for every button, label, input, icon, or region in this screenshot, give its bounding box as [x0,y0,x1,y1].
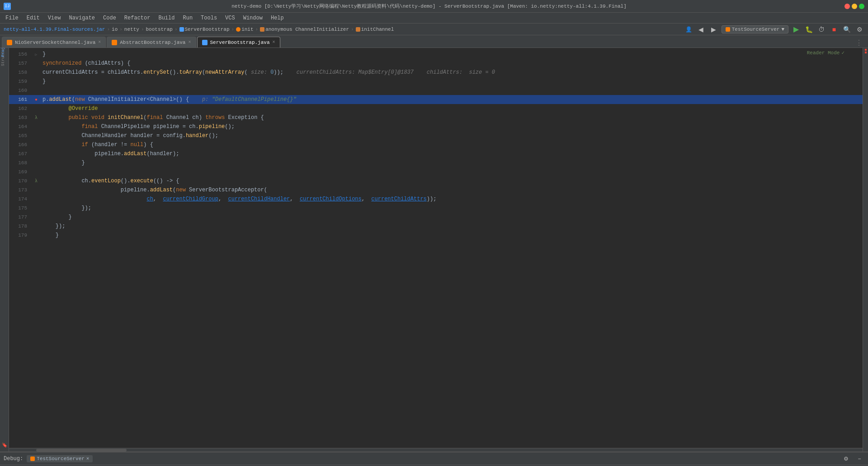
menu-edit[interactable]: Edit [23,14,43,22]
debug-session[interactable]: TestSourceServer × [27,455,93,462]
code-line-174: 174 ch, currentChildGroup, currentChildH… [9,195,863,204]
code-line-157: 157 synchronized (childAttrs) { [9,59,863,68]
code-line-179: 179 } [9,231,863,240]
code-line-167: 167 pipeline.addLast(handler); [9,149,863,158]
menu-help[interactable]: Help [267,14,288,22]
breadcrumb-item[interactable]: io [112,27,118,32]
menu-bar: File Edit View Navigate Code Refactor Bu… [0,13,868,24]
back-btn[interactable]: ◀ [696,24,706,34]
code-line-158: 158 currentChildAttrs = childAttrs.entry… [9,68,863,77]
debug-minimize-button[interactable]: − [854,454,864,464]
maximize-button[interactable] [859,4,864,9]
java-icon [112,40,117,45]
menu-code[interactable]: Code [99,14,120,22]
menu-build[interactable]: Build [155,14,178,22]
debug-settings-button[interactable]: ⚙ [841,454,851,464]
forward-btn[interactable]: ▶ [709,24,719,34]
lambda-icon-2: λ [35,179,38,184]
left-sidebar: Project Structure 🔖 [0,48,9,452]
debug-button[interactable]: 🐛 [804,24,814,34]
code-line-169: 169 [9,167,863,176]
code-line-175: 175 }); [9,204,863,213]
debug-panel: Debug: TestSourceServer × ⚙ − ▶ Debugger… [0,452,868,466]
tab-nio[interactable]: NioServerSocketChannel.java × [2,37,106,48]
debug-header: Debug: TestSourceServer × ⚙ − [0,452,868,465]
bootstrap-icon [202,40,208,45]
menu-run[interactable]: Run [179,14,196,22]
structure-icon[interactable]: Structure [1,59,8,66]
title-text: netty-demo [D:\Netty学习\Netty网络编程\Netty教程… [14,3,844,10]
main-area: Project Structure 🔖 Reader Mode ✓ 156 ▷ … [0,48,868,452]
code-line-159: 159 } [9,77,863,86]
tab-bar: NioServerSocketChannel.java × AbstractBo… [0,35,868,48]
app-icon: IJ [4,3,11,10]
right-panel [863,48,868,452]
tab-close-nio[interactable]: × [98,40,101,45]
menu-vcs[interactable]: VCS [222,14,239,22]
profile-btn[interactable]: 👤 [684,25,693,34]
horizontal-scrollbar[interactable] [9,448,863,452]
breadcrumb-bar: netty-all-4.1.39.Final-sources.jar › io … [0,24,868,35]
code-line-164: 164 final ChannelPipeline pipeline = ch.… [9,122,863,131]
fold-icon[interactable]: ▷ [35,52,38,57]
code-line-178: 178 }); [9,222,863,231]
run-button[interactable]: ▶ [791,24,801,34]
tab-label: ServerBootstrap.java [210,40,270,45]
breadcrumb-item[interactable]: bootstrap [146,27,172,32]
window-controls[interactable] [844,4,864,9]
tab-server[interactable]: ServerBootstrap.java × [197,37,280,48]
code-line-162: 162 @Override [9,104,863,113]
coverage-button[interactable]: ⏱ [816,24,826,34]
tab-close-abstract[interactable]: × [188,40,191,45]
menu-window[interactable]: Window [240,14,266,22]
bookmarks-icon[interactable]: 🔖 [1,442,8,450]
code-line-173: 173 pipeline.addLast(new ServerBootstrap… [9,185,863,195]
session-icon [30,456,35,461]
java-icon [7,40,12,45]
editor-area: Reader Mode ✓ 156 ▷ } 157 synchronized (… [9,48,863,452]
scroll-thumb[interactable] [36,449,127,452]
code-line-166: 166 if (handler != null) { [9,140,863,149]
breadcrumb-item[interactable]: netty-all-4.1.39.Final-sources.jar [4,27,105,32]
code-line-161: 161 ● p.addLast(new ChannelInitializer<C… [9,95,863,104]
stop-button[interactable]: ■ [829,24,839,34]
code-line-163: 163 λ public void initChannel(final Chan… [9,113,863,122]
menu-navigate[interactable]: Navigate [65,14,99,22]
search-button[interactable]: 🔍 [842,24,852,34]
lambda-icon: λ [35,115,38,120]
code-line-165: 165 ChannelHandler handler = config.hand… [9,131,863,140]
menu-view[interactable]: View [44,14,65,22]
settings-button[interactable]: ⚙ [854,24,864,34]
menu-refactor[interactable]: Refactor [121,14,154,22]
breadcrumb-item[interactable]: anonymous ChannelInitializer [260,27,349,32]
tab-abstract[interactable]: AbstractBootstrap.java × [107,37,196,48]
menu-tools[interactable]: Tools [197,14,221,22]
breadcrumb-item[interactable]: initChannel [356,27,394,32]
more-tabs-button[interactable]: ⋮ [852,38,866,48]
minimize-button[interactable] [852,4,857,9]
breakpoint-icon[interactable]: ● [35,97,38,102]
code-line-160: 160 [9,86,863,95]
close-button[interactable] [844,4,850,9]
error-marker [865,49,867,51]
error-marker-2 [865,52,867,53]
tab-label: NioServerSocketChannel.java [15,40,95,45]
breadcrumb-item[interactable]: ServerBootstrap [179,27,230,32]
tab-close-server[interactable]: × [273,40,275,45]
breadcrumb-item[interactable]: init [236,27,253,32]
tab-label: AbstractBootstrap.java [120,40,185,45]
menu-file[interactable]: File [2,14,22,22]
debug-label: Debug: [4,456,23,462]
run-config[interactable]: TestSourceServer ▼ [722,25,788,33]
code-line-177: 177 } [9,213,863,222]
title-bar: IJ netty-demo [D:\Netty学习\Netty网络编程\Nett… [0,0,868,13]
code-line-168: 168 } [9,158,863,167]
code-line-170: 170 λ ch.eventLoop().execute(() -> { [9,176,863,185]
breadcrumb-item[interactable]: netty [124,27,139,32]
code-container: 156 ▷ } 157 synchronized (childAttrs) { … [9,48,863,448]
code-line-156: 156 ▷ } [9,50,863,59]
